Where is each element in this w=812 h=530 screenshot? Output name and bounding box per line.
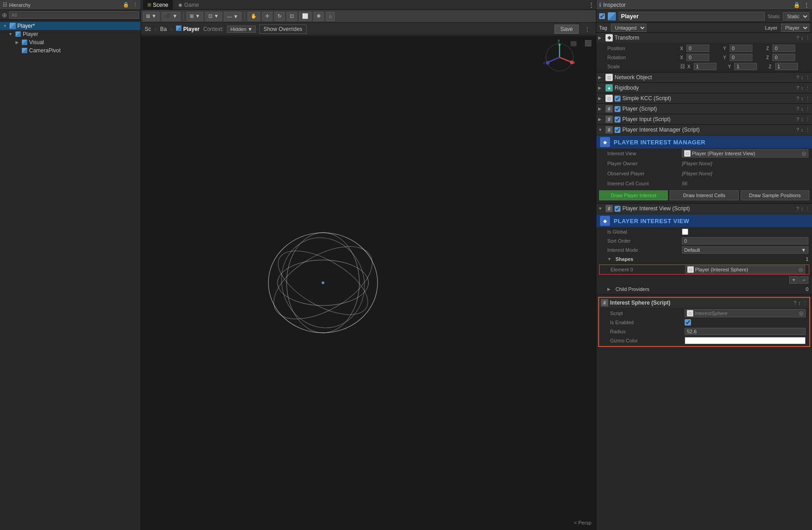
scale-z-input[interactable] [775,63,798,70]
position-x-input[interactable] [686,45,709,52]
help-icon[interactable]: ? [793,300,796,306]
transform-tool-btn[interactable]: ❋ [313,12,324,21]
component-simple-kcc-header[interactable]: ▶ □ Simple KCC (Script) ? ↕ ⋮ [596,93,812,103]
snap-increment-btn[interactable]: — ▼ [224,12,242,21]
hierarchy-item-player[interactable]: ▼ Player [0,30,141,38]
ref-target-btn[interactable]: ◎ [802,150,806,157]
interest-view-ref[interactable]: □ Player (Player Interest View) ◎ [682,149,808,158]
inspector-more-btn[interactable]: ⋮ [804,2,809,8]
help-icon[interactable]: ? [796,106,799,112]
help-icon[interactable]: ? [796,117,799,122]
hand-tool-btn[interactable]: ✋ [247,12,260,21]
is-global-checkbox[interactable] [682,229,688,235]
kcc-enabled-checkbox[interactable] [615,96,620,102]
draw-sample-positions-btn[interactable]: Draw Sample Positions [741,190,809,200]
settings-icon[interactable]: ↕ [801,75,804,81]
search-input[interactable] [9,11,139,19]
shapes-remove-btn[interactable]: − [799,276,808,284]
context-dropdown[interactable]: Hidden ▼ [227,25,256,33]
rect-tool-btn[interactable]: ⬜ [299,12,312,21]
rotation-y-input[interactable] [730,54,752,61]
help-icon[interactable]: ? [796,206,799,212]
hierarchy-item-visual[interactable]: ▶ Visual [0,38,141,46]
more-icon[interactable]: ⋮ [805,127,810,133]
rotation-z-input[interactable] [772,54,795,61]
grid-toggle-btn[interactable]: ⊞ ▼ [143,12,160,21]
more-icon[interactable]: ⋮ [805,206,810,212]
scale-y-input[interactable] [734,63,757,70]
tab-game[interactable]: ◉ Game [174,0,204,10]
sort-order-input[interactable] [682,237,808,245]
more-icon[interactable]: ⋮ [805,117,810,122]
interest-mode-dropdown[interactable]: Default ▼ [682,246,808,254]
component-interest-sphere-header[interactable]: # Interest Sphere (Script) ? ↕ ⋮ [599,298,809,308]
context-bar-more-btn[interactable]: ⋮ [582,25,592,34]
element0-ref[interactable]: □ Player (Interest Sphere) ◎ [685,265,805,274]
gizmo-color-swatch[interactable] [685,337,806,344]
more-icon[interactable]: ⋮ [133,2,138,8]
help-icon[interactable]: ? [796,127,799,133]
position-z-input[interactable] [772,45,795,52]
element0-target-btn[interactable]: ◎ [798,266,803,273]
inspector-lock-icon[interactable]: 🔒 [793,2,800,8]
help-icon[interactable]: ? [796,85,799,91]
show-overrides-btn[interactable]: Show Overrides [259,25,306,34]
component-transform-header[interactable]: ▶ ✥ Transform ? ↕ ⋮ [596,33,812,43]
tag-dropdown[interactable]: Untagged [611,24,646,32]
more-icon[interactable]: ⋮ [805,106,810,112]
settings-icon[interactable]: ↕ [801,85,804,91]
position-y-input[interactable] [730,45,752,52]
more-icon[interactable]: ⋮ [805,85,810,91]
more-icon[interactable]: ⋮ [805,96,810,102]
breadcrumb-ba[interactable]: Ba [160,26,167,32]
object-name-input[interactable] [619,12,765,20]
script-target-btn[interactable]: ◎ [799,310,803,316]
breadcrumb-player[interactable]: Player [176,25,200,32]
rotate-tool-btn[interactable]: ↻ [274,12,285,21]
help-icon[interactable]: ? [796,96,799,102]
piv-enabled-checkbox[interactable] [615,206,620,212]
pim-enabled-checkbox[interactable] [615,127,620,133]
move-tool-btn[interactable]: ✛ [262,12,272,21]
component-player-script-header[interactable]: ▶ # Player (Script) ? ↕ ⋮ [596,104,812,114]
component-rigidbody-header[interactable]: ▶ ● Rigidbody ? ↕ ⋮ [596,83,812,93]
draw-interest-cells-btn[interactable]: Draw Interest Cells [670,190,738,200]
layout-btn[interactable]: ⊞ ▼ [187,12,203,21]
component-pim-header[interactable]: ▼ # Player Interest Manager (Script) ? ↕… [596,125,812,135]
component-player-input-header[interactable]: ▶ # Player Input (Script) ? ↕ ⋮ [596,114,812,124]
draw-player-interest-btn[interactable]: Draw Player Interest [599,190,668,200]
static-dropdown[interactable]: Static [783,12,809,20]
rotation-x-input[interactable] [686,54,709,61]
hierarchy-item-player-root[interactable]: ▼ Player* [0,22,141,30]
breadcrumb-sc[interactable]: Sc [145,26,151,32]
help-icon[interactable]: ? [796,75,799,81]
player-input-enabled-checkbox[interactable] [615,117,620,122]
settings-icon[interactable]: ↕ [801,96,804,102]
component-piv-header[interactable]: ▼ # Player Interest View (Script) ? ↕ ⋮ [596,204,812,214]
is-enabled-checkbox[interactable] [685,319,691,326]
layer-dropdown[interactable]: Player [781,24,809,32]
more-icon[interactable]: ⋮ [805,35,810,41]
object-enabled-checkbox[interactable] [599,13,605,19]
lock-icon[interactable]: 🔒 [123,2,129,8]
tab-scene[interactable]: ⊞ Scene [143,0,173,10]
snap-btn[interactable]: ⊡ ▼ [205,12,222,21]
player-script-enabled-checkbox[interactable] [615,106,620,112]
settings-icon[interactable]: ↕ [801,127,804,133]
component-network-object-header[interactable]: ▶ □ Network Object ? ↕ ⋮ [596,72,812,82]
script-ref[interactable]: □ InterestSphere ◎ [685,309,806,317]
settings-icon[interactable]: ↕ [801,35,804,41]
settings-icon[interactable]: ↕ [801,206,804,212]
hierarchy-item-camerapivot[interactable]: ▶ CameraPivot [0,46,141,55]
scene-view[interactable]: y x z ⬛ [141,36,596,530]
settings-icon[interactable]: ↕ [798,300,801,306]
3d-toggle-btn[interactable]: ⬛ ▼ [161,12,181,21]
settings-icon[interactable]: ↕ [801,106,804,112]
settings-icon[interactable]: ↕ [801,117,804,122]
help-icon[interactable]: ? [796,35,799,41]
scale-tool-btn[interactable]: ⊡ [287,12,297,21]
shapes-add-btn[interactable]: + [789,276,798,284]
custom-tool-btn[interactable]: ○ [326,12,335,21]
radius-input[interactable] [685,328,806,335]
tab-more-btn[interactable]: ⋮ [589,2,594,8]
